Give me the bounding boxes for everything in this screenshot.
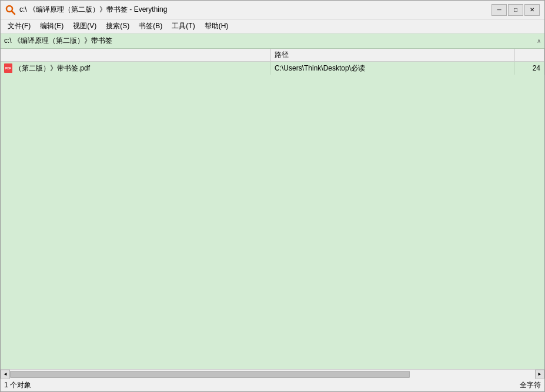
app-icon <box>5 5 16 15</box>
menu-bar: 文件(F) 编辑(E) 视图(V) 搜索(S) 书签(B) 工具(T) 帮助(H… <box>1 19 544 33</box>
file-size-cell: 24 <box>515 62 544 75</box>
horizontal-scrollbar[interactable]: ◄ ► <box>1 369 544 378</box>
menu-edit[interactable]: 编辑(E) <box>35 20 68 32</box>
main-window: c:\ 《编译原理（第二版）》带书签 - Everything ─ □ ✕ 文件… <box>0 0 545 392</box>
menu-tools[interactable]: 工具(T) <box>167 20 199 32</box>
file-name: （第二版）》带书签.pdf <box>15 63 90 73</box>
maximize-button[interactable]: □ <box>508 4 523 16</box>
status-bar: 1 个对象 全字符 <box>1 378 544 391</box>
col-header-name[interactable] <box>1 49 271 61</box>
menu-search[interactable]: 搜索(S) <box>101 20 134 32</box>
menu-help[interactable]: 帮助(H) <box>200 20 233 32</box>
col-header-path[interactable]: 路径 <box>271 49 515 61</box>
status-count: 1 个对象 <box>4 380 31 390</box>
file-path-cell: C:\Users\Think\Desktop\必读 <box>271 62 515 75</box>
menu-view[interactable]: 视图(V) <box>68 20 101 32</box>
scroll-right-button[interactable]: ► <box>535 370 544 379</box>
menu-file[interactable]: 文件(F) <box>3 20 35 32</box>
pdf-icon: PDF <box>4 63 12 73</box>
file-name-cell: PDF （第二版）》带书签.pdf <box>1 62 271 75</box>
address-bar[interactable]: c:\ 《编译原理（第二版）》带书签 ∧ <box>1 33 544 49</box>
window-title: c:\ 《编译原理（第二版）》带书签 - Everything <box>19 5 491 15</box>
menu-bookmark[interactable]: 书签(B) <box>134 20 167 32</box>
svg-line-1 <box>12 11 15 14</box>
scroll-left-button[interactable]: ◄ <box>1 370 10 379</box>
status-mode: 全字符 <box>520 380 541 390</box>
scroll-track[interactable] <box>10 370 535 379</box>
minimize-button[interactable]: ─ <box>491 4 507 16</box>
file-list: PDF （第二版）》带书签.pdf C:\Users\Think\Desktop… <box>1 62 544 369</box>
file-size: 24 <box>533 64 540 72</box>
file-path: C:\Users\Think\Desktop\必读 <box>275 63 365 73</box>
col-header-size[interactable] <box>515 49 544 61</box>
title-bar: c:\ 《编译原理（第二版）》带书签 - Everything ─ □ ✕ <box>1 1 544 19</box>
scroll-thumb[interactable] <box>10 371 410 378</box>
close-button[interactable]: ✕ <box>524 4 540 16</box>
address-arrow-icon: ∧ <box>537 38 541 44</box>
window-controls: ─ □ ✕ <box>491 4 540 16</box>
address-text: c:\ 《编译原理（第二版）》带书签 <box>4 36 537 46</box>
table-row[interactable]: PDF （第二版）》带书签.pdf C:\Users\Think\Desktop… <box>1 62 544 75</box>
column-headers: 路径 <box>1 49 544 62</box>
